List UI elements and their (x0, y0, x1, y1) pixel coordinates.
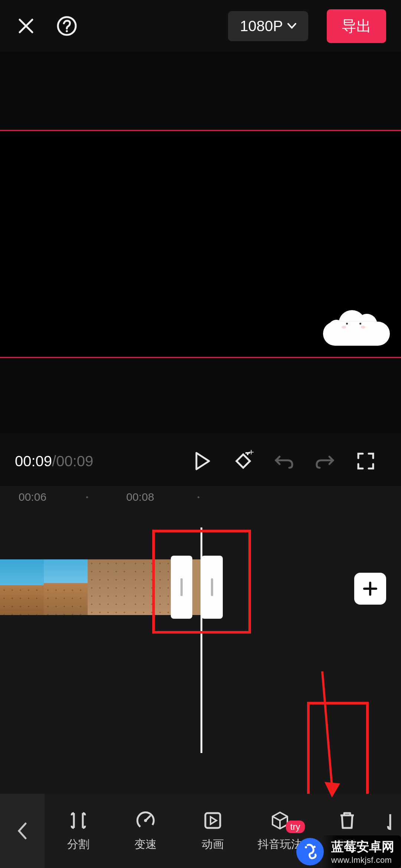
redo-button[interactable] (304, 446, 345, 476)
watermark-title: 蓝莓安卓网 (331, 838, 394, 855)
tool-label: 抖音玩法 (258, 837, 302, 852)
resolution-label: 1080P (240, 18, 283, 34)
top-bar: 1080P 导出 (0, 0, 401, 52)
partial-icon (384, 811, 398, 832)
cloud-sticker (323, 305, 390, 346)
play-button[interactable] (182, 446, 223, 476)
add-clip-button[interactable] (354, 573, 386, 605)
tool-label: 分割 (67, 837, 89, 852)
export-label: 导出 (342, 18, 371, 34)
preview-area (0, 52, 401, 433)
annotation-highlight-delete (307, 702, 369, 794)
time-separator: / (52, 453, 56, 470)
help-icon[interactable] (56, 15, 78, 37)
ruler-dot (86, 496, 88, 498)
tool-split[interactable]: 分割 (45, 810, 112, 852)
watermark-url: www.lmkjsf.com (331, 855, 392, 865)
watermark-logo (296, 838, 324, 865)
track-area[interactable] (0, 508, 401, 716)
animation-icon (202, 810, 223, 831)
trash-icon (337, 810, 358, 831)
timeline[interactable]: 00:06 00:08 (0, 486, 401, 794)
svg-point-0 (58, 17, 76, 35)
transport-bar: 00:09 / 00:09 + (0, 441, 401, 481)
close-icon[interactable] (15, 15, 37, 37)
resolution-button[interactable]: 1080P (228, 11, 308, 41)
preview-frame[interactable] (0, 130, 401, 358)
tool-label: 动画 (202, 837, 224, 852)
ruler-dot (198, 496, 199, 498)
ruler-mark: 00:06 (19, 491, 46, 503)
total-time: 00:09 (56, 453, 93, 470)
speed-icon (135, 810, 156, 831)
svg-point-6 (305, 846, 307, 848)
tool-animation[interactable]: 动画 (179, 810, 246, 852)
ruler-mark: 00:08 (126, 491, 154, 503)
fullscreen-button[interactable] (345, 446, 386, 476)
back-button[interactable] (0, 794, 45, 868)
split-icon (68, 810, 89, 831)
annotation-highlight-clip (152, 530, 251, 634)
svg-point-1 (66, 30, 68, 32)
tool-label: 变速 (134, 837, 157, 852)
svg-point-4 (144, 819, 147, 822)
svg-point-7 (313, 846, 316, 848)
tool-speed[interactable]: 变速 (112, 810, 179, 852)
undo-button[interactable] (264, 446, 304, 476)
keyframe-button[interactable]: + (223, 446, 264, 476)
current-time: 00:09 (15, 453, 52, 470)
export-button[interactable]: 导出 (327, 9, 386, 43)
try-badge: try (286, 821, 305, 833)
clip-thumbnail[interactable] (0, 559, 44, 615)
watermark: 蓝莓安卓网 www.lmkjsf.com (296, 835, 401, 868)
clip-thumbnail[interactable] (88, 559, 131, 615)
svg-rect-5 (205, 813, 220, 828)
clip-thumbnail[interactable] (44, 559, 88, 615)
chevron-down-icon (287, 23, 296, 29)
timeline-ruler: 00:06 00:08 (0, 486, 401, 508)
svg-text:+: + (248, 450, 254, 457)
